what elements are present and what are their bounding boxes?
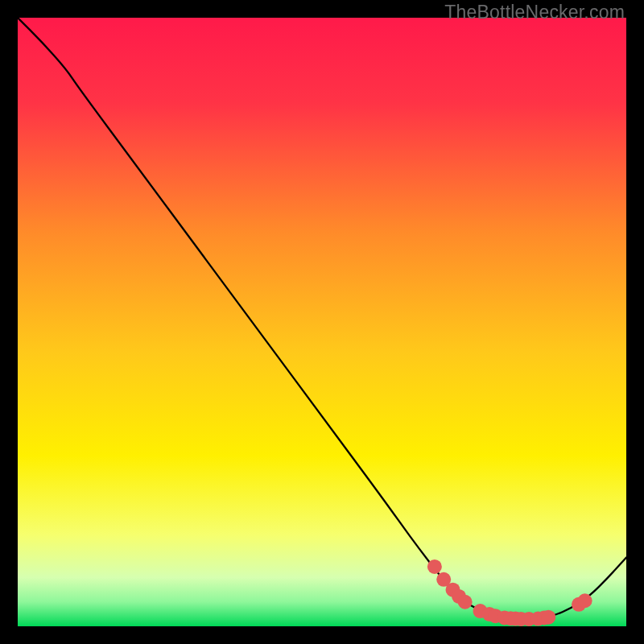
data-marker bbox=[458, 595, 473, 609]
watermark-label: TheBottleNecker.com bbox=[444, 2, 625, 23]
plot-area bbox=[18, 18, 626, 626]
data-marker bbox=[578, 593, 592, 608]
chart-svg bbox=[18, 18, 626, 626]
data-marker bbox=[541, 610, 555, 625]
data-marker bbox=[427, 559, 442, 574]
chart-stage: TheBottleNecker.com bbox=[0, 0, 644, 644]
gradient-background bbox=[18, 18, 626, 626]
